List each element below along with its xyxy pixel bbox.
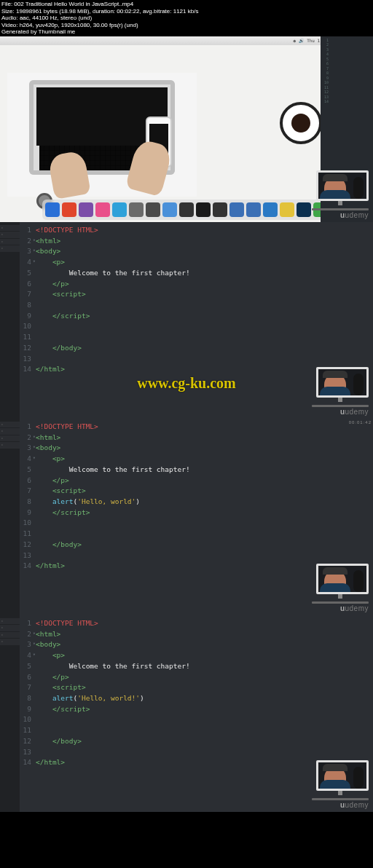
code-content[interactable]: <p> <box>36 257 65 268</box>
code-line[interactable]: 2▾<html> <box>20 236 373 247</box>
code-content[interactable]: Welcome to the first chapter! <box>36 661 190 672</box>
code-editor[interactable]: ▸▸▸▸1<!DOCTYPE HTML>2▾<html>3▾<body>4▾ <… <box>0 222 373 419</box>
code-line[interactable]: 12 </body> <box>20 343 373 354</box>
code-line[interactable]: 8 <box>20 300 373 311</box>
fold-icon[interactable]: ▾ <box>33 651 36 659</box>
fold-icon[interactable]: ▾ <box>33 443 36 451</box>
fold-icon[interactable]: ▾ <box>33 247 36 255</box>
macos-dock[interactable] <box>42 200 331 220</box>
code-line[interactable]: 1<!DOCTYPE HTML> <box>20 618 373 629</box>
code-line[interactable]: 3▾<body> <box>20 246 373 257</box>
code-line[interactable]: 4▾ <p> <box>20 257 373 268</box>
code-content[interactable]: </p> <box>36 476 69 486</box>
code-line[interactable]: 7 <script> <box>20 289 373 300</box>
code-content[interactable]: Welcome to the first chapter! <box>36 465 190 476</box>
editor-sidebar[interactable]: ▸▸▸▸ <box>0 615 20 812</box>
dock-app-icon[interactable] <box>280 202 294 217</box>
code-content[interactable]: </body> <box>36 343 82 354</box>
code-line[interactable]: 11 <box>20 332 373 343</box>
code-line[interactable]: 5 Welcome to the first chapter! <box>20 661 373 672</box>
editor-sidebar[interactable]: ▸▸▸▸ <box>0 222 20 419</box>
code-content[interactable]: <html> <box>36 433 60 443</box>
code-content[interactable]: Welcome to the first chapter! <box>36 268 190 279</box>
code-line[interactable]: 13 <box>20 747 373 758</box>
dock-app-icon[interactable] <box>62 202 76 217</box>
code-line[interactable]: 6 </p> <box>20 672 373 683</box>
code-line[interactable]: 3▾<body> <box>20 443 373 454</box>
code-line[interactable]: 8 alert('Hello, world') <box>20 497 373 508</box>
code-content[interactable]: </script> <box>36 311 90 322</box>
dock-app-icon[interactable] <box>179 202 194 217</box>
code-line[interactable]: 4▾ <p> <box>20 650 373 661</box>
code-content[interactable]: </html> <box>36 757 65 768</box>
code-line[interactable]: 2▾<html> <box>20 629 373 640</box>
code-line[interactable]: 11 <box>20 529 373 540</box>
fold-icon[interactable]: ▾ <box>33 237 36 245</box>
code-editor[interactable]: ▸▸▸▸1<!DOCTYPE HTML>2▾<html>3▾<body>4▾ <… <box>0 419 373 615</box>
dock-app-icon[interactable] <box>79 202 93 217</box>
fold-icon[interactable]: ▾ <box>33 640 36 648</box>
code-line[interactable]: 7 <script> <box>20 682 373 693</box>
code-line[interactable]: 13 <box>20 354 373 365</box>
code-content[interactable]: <script> <box>36 486 86 497</box>
code-content[interactable]: alert('Hello, world!') <box>36 693 144 704</box>
code-line[interactable]: 10 <box>20 321 373 332</box>
dock-app-icon[interactable] <box>263 202 278 217</box>
code-line[interactable]: 3▾<body> <box>20 639 373 650</box>
code-line[interactable]: 13 <box>20 551 373 561</box>
fold-icon[interactable]: ▾ <box>33 630 36 638</box>
dock-app-icon[interactable] <box>112 202 127 217</box>
code-content[interactable]: <p> <box>36 650 65 661</box>
code-line[interactable]: 8 alert('Hello, world!') <box>20 693 373 704</box>
code-line[interactable]: 10 <box>20 714 373 725</box>
code-content[interactable]: <html> <box>36 236 60 247</box>
code-content[interactable]: </html> <box>36 364 65 375</box>
code-line[interactable]: 5 Welcome to the first chapter! <box>20 465 373 476</box>
dock-app-icon[interactable] <box>246 202 261 217</box>
code-line[interactable]: 5 Welcome to the first chapter! <box>20 268 373 279</box>
fold-icon[interactable]: ▾ <box>33 454 36 462</box>
code-line[interactable]: 2▾<html> <box>20 433 373 443</box>
code-content[interactable]: </script> <box>36 508 90 518</box>
fold-icon[interactable]: ▾ <box>33 433 36 441</box>
code-content[interactable]: <!DOCTYPE HTML> <box>36 618 98 629</box>
code-content[interactable]: </body> <box>36 540 82 551</box>
code-line[interactable]: 9 </script> <box>20 704 373 715</box>
code-line[interactable]: 9 </script> <box>20 508 373 518</box>
code-line[interactable]: 4▾ <p> <box>20 454 373 465</box>
dock-app-icon[interactable] <box>196 202 211 217</box>
code-line[interactable]: 1<!DOCTYPE HTML> <box>20 422 373 433</box>
code-content[interactable]: <body> <box>36 246 60 257</box>
fold-icon[interactable]: ▾ <box>33 258 36 266</box>
code-content[interactable]: </body> <box>36 736 82 747</box>
code-line[interactable]: 12 </body> <box>20 736 373 747</box>
code-line[interactable]: 6 </p> <box>20 279 373 290</box>
code-line[interactable]: 11 <box>20 725 373 736</box>
code-content[interactable]: <script> <box>36 682 86 693</box>
code-content[interactable]: </html> <box>36 561 65 572</box>
dock-app-icon[interactable] <box>45 202 60 217</box>
editor-sidebar[interactable]: ▸▸▸▸ <box>0 419 20 615</box>
code-line[interactable]: 6 </p> <box>20 476 373 486</box>
dock-app-icon[interactable] <box>146 202 160 217</box>
code-content[interactable]: </p> <box>36 672 69 683</box>
code-content[interactable]: <body> <box>36 639 60 650</box>
code-line[interactable]: 7 <script> <box>20 486 373 497</box>
code-line[interactable]: 9 </script> <box>20 311 373 322</box>
dock-app-icon[interactable] <box>162 202 177 217</box>
code-content[interactable]: <p> <box>36 454 65 465</box>
code-editor[interactable]: ▸▸▸▸1<!DOCTYPE HTML>2▾<html>3▾<body>4▾ <… <box>0 615 373 812</box>
code-content[interactable]: <!DOCTYPE HTML> <box>36 225 98 236</box>
code-content[interactable]: <body> <box>36 443 60 454</box>
code-content[interactable]: </script> <box>36 704 90 715</box>
dock-app-icon[interactable] <box>129 202 144 217</box>
dock-app-icon[interactable] <box>95 202 110 217</box>
code-content[interactable]: </p> <box>36 279 69 290</box>
code-content[interactable]: <!DOCTYPE HTML> <box>36 422 98 433</box>
code-line[interactable]: 1<!DOCTYPE HTML> <box>20 225 373 236</box>
code-line[interactable]: 12 </body> <box>20 540 373 551</box>
code-content[interactable]: <html> <box>36 629 60 640</box>
code-content[interactable]: alert('Hello, world') <box>36 497 140 508</box>
code-line[interactable]: 10 <box>20 518 373 529</box>
dock-app-icon[interactable] <box>229 202 244 217</box>
